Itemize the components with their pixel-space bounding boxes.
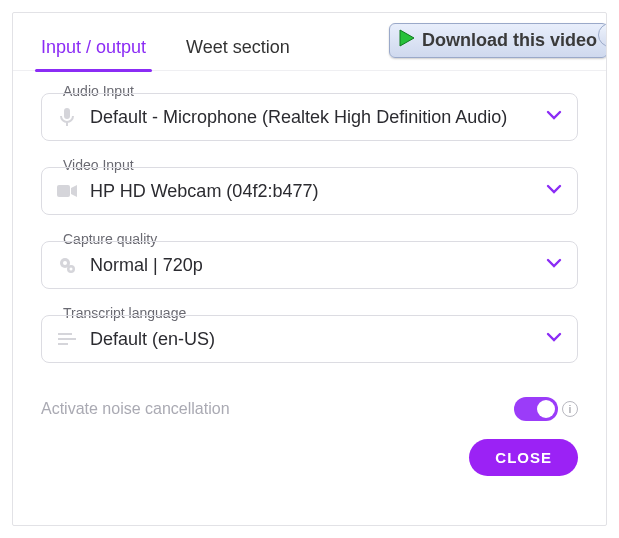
tab-weet-section[interactable]: Weet section [186, 31, 290, 70]
svg-rect-1 [64, 108, 70, 119]
audio-input-select[interactable]: Default - Microphone (Realtek High Defin… [41, 93, 578, 141]
chevron-down-icon [545, 328, 563, 350]
noise-cancellation-toggle[interactable] [514, 397, 558, 421]
close-button[interactable]: CLOSE [469, 439, 578, 476]
play-icon [396, 28, 422, 53]
download-video-button[interactable]: Download this video [389, 23, 607, 58]
transcript-language-value: Default (en-US) [90, 329, 545, 350]
info-icon[interactable]: i [562, 401, 578, 417]
microphone-icon [56, 107, 78, 127]
list-icon [56, 332, 78, 346]
settings-panel: Input / output Weet section Download thi… [12, 12, 607, 526]
fields-area: Audio Input Default - Microphone (Realte… [13, 71, 606, 363]
svg-rect-2 [66, 122, 68, 126]
noise-cancellation-row: Activate noise cancellation i [13, 389, 606, 421]
transcript-language-select[interactable]: Default (en-US) [41, 315, 578, 363]
download-video-label: Download this video [422, 30, 597, 51]
svg-point-8 [70, 268, 73, 271]
transcript-language-field: Transcript language Default (en-US) [41, 315, 578, 363]
svg-point-6 [63, 261, 67, 265]
capture-quality-select[interactable]: Normal | 720p [41, 241, 578, 289]
svg-marker-0 [400, 30, 414, 46]
video-input-field: Video Input HP HD Webcam (04f2:b477) [41, 167, 578, 215]
tabs-bar: Input / output Weet section Download thi… [13, 13, 606, 70]
chevron-down-icon [545, 180, 563, 202]
gear-icon [56, 256, 78, 274]
svg-rect-3 [57, 185, 70, 197]
svg-marker-4 [71, 185, 77, 197]
camera-icon [56, 184, 78, 198]
video-input-select[interactable]: HP HD Webcam (04f2:b477) [41, 167, 578, 215]
tab-input-output[interactable]: Input / output [41, 31, 146, 70]
video-input-value: HP HD Webcam (04f2:b477) [90, 181, 545, 202]
audio-input-value: Default - Microphone (Realtek High Defin… [90, 107, 545, 128]
audio-input-field: Audio Input Default - Microphone (Realte… [41, 93, 578, 141]
chevron-down-icon [545, 254, 563, 276]
noise-cancellation-label: Activate noise cancellation [41, 400, 514, 418]
capture-quality-field: Capture quality Normal | 720p [41, 241, 578, 289]
footer: CLOSE [13, 421, 606, 476]
capture-quality-value: Normal | 720p [90, 255, 545, 276]
chevron-down-icon [545, 106, 563, 128]
